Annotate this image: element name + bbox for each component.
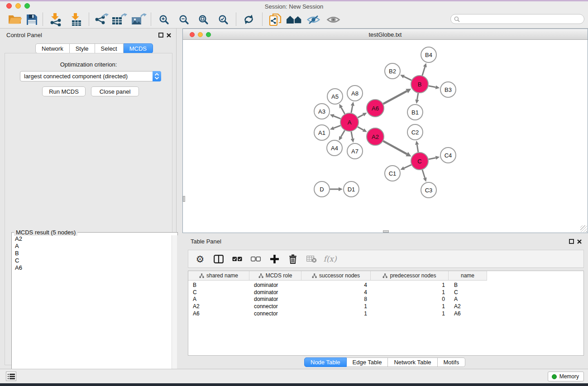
graph-edge-A-A6[interactable] — [358, 114, 363, 118]
zoom-fit-icon[interactable] — [194, 12, 212, 27]
apply-layout-icon[interactable] — [239, 12, 258, 27]
close-panel-button[interactable]: Close panel — [91, 86, 139, 96]
mcds-result-list: A2ABCA6 — [12, 235, 172, 386]
float-panel-icon[interactable] — [158, 33, 163, 38]
column-type-icon — [312, 273, 317, 278]
run-mcds-button[interactable]: Run MCDS — [42, 86, 86, 96]
table-row[interactable]: Adominator80A — [188, 296, 583, 303]
table-row[interactable]: A2connector11A2 — [188, 303, 583, 310]
tab-style[interactable]: Style — [70, 43, 95, 53]
show-all-icon[interactable] — [324, 12, 342, 27]
zoom-in-icon[interactable] — [155, 12, 173, 27]
graph-edge-B-B3[interactable] — [429, 86, 436, 87]
import-network-icon[interactable] — [47, 12, 65, 27]
close-table-panel-icon[interactable] — [577, 239, 582, 244]
column-header-successor-nodes[interactable]: successor nodes — [301, 271, 371, 281]
function-builder-icon[interactable]: f(x) — [325, 253, 335, 265]
graph-node-label: A7 — [351, 148, 359, 155]
column-header-shared-name[interactable]: shared name — [188, 271, 249, 281]
add-column-icon[interactable] — [269, 253, 280, 265]
tab-motifs[interactable]: Motifs — [438, 357, 466, 367]
close-panel-icon[interactable] — [166, 33, 172, 38]
graph-node-label: C3 — [425, 187, 433, 194]
table-cell: A2 — [449, 303, 487, 310]
mcds-result-item[interactable]: C — [12, 257, 172, 264]
graph-edge-A-A8[interactable] — [351, 106, 353, 113]
table-row[interactable]: Bdominator41B — [188, 281, 583, 289]
table-row[interactable]: Cdominator41C — [188, 289, 583, 296]
dropdown-stepper-icon — [153, 71, 161, 81]
graph-node-label: A5 — [331, 93, 339, 100]
column-visibility-icon[interactable] — [213, 253, 224, 265]
tab-select[interactable]: Select — [95, 43, 124, 53]
mcds-result-item[interactable]: B — [12, 250, 172, 257]
graph-node-label: B4 — [425, 52, 432, 58]
graph-edge-A6-B[interactable] — [383, 91, 407, 104]
delete-table-icon[interactable] — [306, 253, 317, 265]
tab-network-table[interactable]: Network Table — [388, 357, 437, 367]
select-all-rows-icon[interactable] — [232, 253, 243, 265]
criterion-dropdown[interactable]: largest connected component (directed) — [20, 71, 161, 81]
graph-edge-A-A1[interactable] — [334, 125, 340, 128]
graph-edge-C-C3[interactable] — [422, 170, 425, 178]
graph-edge-A-A5[interactable] — [341, 107, 345, 114]
table-cell: A2 — [188, 303, 249, 310]
table-cell: 1 — [371, 303, 449, 310]
export-network-icon[interactable] — [92, 12, 110, 27]
export-image-icon[interactable] — [130, 12, 148, 27]
table-cell: 4 — [301, 282, 371, 288]
mcds-result-item[interactable]: A2 — [12, 235, 172, 243]
table-cell: 1 — [371, 310, 449, 317]
resize-grip-icon[interactable] — [580, 225, 587, 232]
zoom-out-icon[interactable] — [175, 12, 193, 27]
graph-edge-C-C2[interactable] — [417, 145, 418, 152]
graph-edge-A-A3[interactable] — [334, 116, 340, 119]
mcds-result-item[interactable]: A6 — [12, 264, 172, 272]
splitter-handle-left[interactable] — [183, 196, 185, 202]
table-settings-gear-icon[interactable]: ⚙ — [195, 253, 206, 265]
memory-button[interactable]: Memory — [548, 372, 584, 381]
column-header-mcds-role[interactable]: MCDS role — [249, 271, 301, 281]
graph-edge-C-C1[interactable] — [404, 165, 411, 168]
network-canvas[interactable]: B4B2BB3A8A5A6B1A3AC2A1A2A4A7C4CC1DD1C3 — [183, 40, 588, 233]
tab-node-table[interactable]: Node Table — [304, 357, 347, 367]
export-table-icon[interactable] — [110, 12, 129, 27]
tab-network[interactable]: Network — [35, 43, 70, 53]
graph-node-label: A3 — [318, 108, 325, 115]
graph-node-label: B2 — [389, 68, 396, 75]
network-window-titlebar[interactable]: testGlobe.txt — [183, 29, 588, 40]
graph-edge-A-A2[interactable] — [358, 127, 363, 130]
criterion-dropdown-value: largest connected component (directed) — [20, 73, 153, 80]
first-neighbors-icon[interactable] — [285, 12, 303, 27]
mcds-result-item[interactable]: A — [12, 243, 172, 250]
splitter-handle-bottom[interactable] — [383, 230, 389, 233]
table-cell: 0 — [371, 296, 449, 302]
hide-selected-icon[interactable] — [304, 12, 322, 27]
column-header-predecessor-nodes[interactable]: predecessor nodes — [371, 271, 449, 281]
deselect-all-rows-icon[interactable] — [250, 253, 261, 265]
mcds-result-scrollbar[interactable] — [172, 235, 177, 386]
network-view-window: testGlobe.txt B4B2BB3A8A5A6B1A3AC2A1A2A4… — [182, 29, 588, 233]
table-row[interactable]: A6connector11A6 — [188, 310, 583, 317]
import-table-icon[interactable] — [67, 12, 85, 27]
delete-column-trash-icon[interactable] — [287, 253, 298, 265]
graph-edge-B-B2[interactable] — [404, 76, 411, 80]
graph-edge-A-A4[interactable] — [341, 130, 344, 137]
float-table-panel-icon[interactable] — [569, 239, 574, 244]
zoom-selected-icon[interactable] — [214, 12, 232, 27]
graph-edge-arrowhead — [423, 63, 427, 67]
search-input[interactable] — [462, 16, 584, 22]
graph-edge-B-B1[interactable] — [417, 93, 418, 100]
save-session-icon[interactable] — [23, 12, 41, 27]
open-session-icon[interactable] — [6, 12, 24, 27]
graph-edge-A2-C[interactable] — [383, 141, 407, 154]
tab-edge-table[interactable]: Edge Table — [347, 357, 388, 367]
task-history-button[interactable] — [6, 372, 16, 381]
column-header-name[interactable]: name — [449, 271, 487, 281]
search-field[interactable] — [450, 14, 584, 24]
graph-edge-B-B4[interactable] — [422, 67, 425, 76]
graph-edge-A-A7[interactable] — [351, 132, 353, 139]
clone-network-icon[interactable] — [266, 12, 284, 27]
tab-mcds[interactable]: MCDS — [124, 43, 153, 53]
graph-edge-C-C4[interactable] — [429, 158, 436, 159]
